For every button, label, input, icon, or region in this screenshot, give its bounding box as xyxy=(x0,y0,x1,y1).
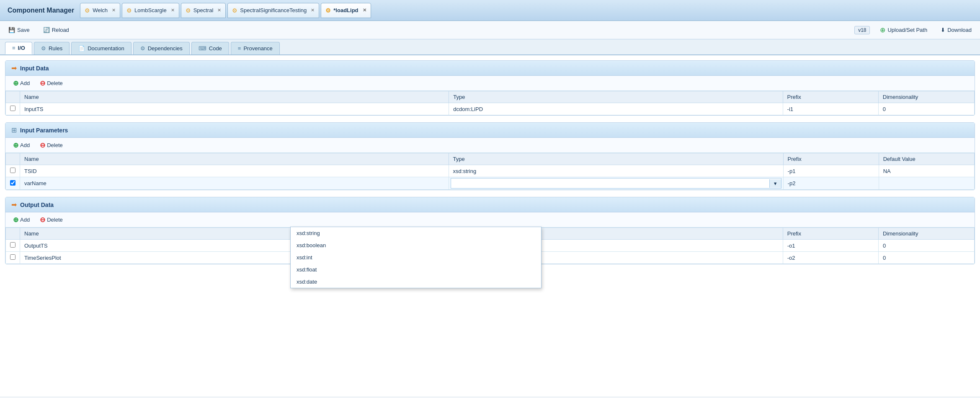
input-data-icon: ➡ xyxy=(11,64,17,72)
deps-tab-icon: ⚙ xyxy=(140,45,145,52)
input-params-delete-label: Delete xyxy=(47,142,63,148)
output-data-delete-button[interactable]: ⊖ Delete xyxy=(37,215,65,225)
dropdown-item-xsd-string[interactable]: xsd:string xyxy=(291,227,541,239)
dropdown-item-xsd-float[interactable]: xsd:float xyxy=(291,264,541,276)
tab-spectral[interactable]: ⚙ Spectral ✕ xyxy=(181,3,226,18)
code-tab-label: Code xyxy=(209,45,222,52)
input-params-section: ⊞ Input Parameters ⊕ Add ⊖ Delete Name T… xyxy=(5,122,975,190)
params-row-check-0[interactable] xyxy=(10,168,15,173)
toolbar-right: v18 ⊕ Upload/Set Path ⬇ Download xyxy=(854,24,975,36)
reload-icon: 🔄 xyxy=(43,27,50,33)
dropdown-item-xsd-date[interactable]: xsd:date xyxy=(291,276,541,288)
dropdown-item-xsd-int[interactable]: xsd:int xyxy=(291,251,541,264)
save-icon: 💾 xyxy=(8,27,15,33)
lombscargle-tab-close[interactable]: ✕ xyxy=(171,8,175,13)
delete-circle-icon: ⊖ xyxy=(40,79,45,87)
version-badge: v18 xyxy=(854,26,870,34)
spectraltest-tab-close[interactable]: ✕ xyxy=(311,8,315,13)
tab-provenance[interactable]: ≡ Provenance xyxy=(231,42,280,54)
input-data-row-prefix-0: -i1 xyxy=(783,103,878,115)
save-button[interactable]: 💾 Save xyxy=(5,25,33,35)
loadlipd-tab-icon: ⚙ xyxy=(325,7,331,14)
output-data-col-dim: Dimensionality xyxy=(878,228,974,240)
reload-label: Reload xyxy=(52,27,69,33)
input-data-add-button[interactable]: ⊕ Add xyxy=(10,78,32,88)
params-row-name-0: TSID xyxy=(20,165,449,177)
main-tabs: ≡ I/O ⚙ Rules 📄 Documentation ⚙ Dependen… xyxy=(0,39,980,55)
rules-tab-icon: ⚙ xyxy=(41,45,46,52)
download-button[interactable]: ⬇ Download xyxy=(937,25,975,35)
input-params-col-prefix: Prefix xyxy=(783,153,879,165)
tab-loadlipd[interactable]: ⚙ *loadLipd ✕ xyxy=(321,3,371,18)
input-data-col-name: Name xyxy=(20,91,449,103)
input-params-col-check xyxy=(6,153,20,165)
output-row-dim-0: 0 xyxy=(878,240,974,252)
output-row-check-0[interactable] xyxy=(10,242,15,248)
prov-tab-icon: ≡ xyxy=(238,45,241,52)
lombscargle-tab-icon: ⚙ xyxy=(126,7,132,14)
params-row-prefix-0: -p1 xyxy=(783,165,879,177)
output-row-prefix-0: -o1 xyxy=(783,240,878,252)
output-data-icon: ➡ xyxy=(11,201,17,209)
input-params-header: ⊞ Input Parameters xyxy=(5,123,975,138)
input-params-delete-button[interactable]: ⊖ Delete xyxy=(37,140,65,150)
code-tab-icon: ⌨ xyxy=(199,45,206,52)
input-data-table: Name Type Prefix Dimensionality InputTS … xyxy=(5,91,975,115)
deps-tab-label: Dependencies xyxy=(148,45,183,52)
dropdown-item-xsd-boolean[interactable]: xsd:boolean xyxy=(291,239,541,251)
io-tab-label: I/O xyxy=(18,45,25,51)
upload-icon: ⊕ xyxy=(880,26,885,34)
spectral-tab-label: Spectral xyxy=(193,7,214,13)
tab-rules[interactable]: ⚙ Rules xyxy=(34,42,70,54)
docs-tab-label: Documentation xyxy=(88,45,124,52)
io-tab-icon: ≡ xyxy=(12,45,15,51)
output-row-dim-1: 0 xyxy=(878,252,974,264)
tab-spectraltest[interactable]: ⚙ SpectralSignificanceTesting ✕ xyxy=(227,3,319,18)
upload-button[interactable]: ⊕ Upload/Set Path xyxy=(877,24,931,36)
params-row-prefix-1: -p2 xyxy=(783,177,879,190)
input-params-toolbar: ⊕ Add ⊖ Delete xyxy=(5,138,975,153)
input-data-delete-button[interactable]: ⊖ Delete xyxy=(37,78,65,88)
output-data-add-button[interactable]: ⊕ Add xyxy=(10,215,32,225)
welch-tab-label: Welch xyxy=(93,7,108,13)
type-input-field[interactable] xyxy=(451,178,769,188)
tab-lombscargle[interactable]: ⚙ LombScargle ✕ xyxy=(122,3,179,18)
input-data-col-type: Type xyxy=(449,91,783,103)
welch-tab-icon: ⚙ xyxy=(85,7,90,14)
loadlipd-tab-close[interactable]: ✕ xyxy=(363,8,366,13)
spectral-tab-close[interactable]: ✕ xyxy=(217,8,221,13)
reload-button[interactable]: 🔄 Reload xyxy=(40,25,72,35)
type-input-wrapper: ▼ xyxy=(451,178,781,189)
input-data-col-check xyxy=(6,91,20,103)
output-add-icon: ⊕ xyxy=(13,216,18,224)
params-row-type-0: xsd:string xyxy=(449,165,783,177)
params-row-check-1[interactable] xyxy=(10,180,15,186)
tab-dependencies[interactable]: ⚙ Dependencies xyxy=(133,42,190,54)
output-data-add-label: Add xyxy=(20,217,30,223)
input-data-delete-label: Delete xyxy=(47,80,63,86)
input-data-section: ➡ Input Data ⊕ Add ⊖ Delete Name Type Pr… xyxy=(5,60,975,116)
loadlipd-tab-label: *loadLipd xyxy=(333,7,358,13)
save-label: Save xyxy=(17,27,30,33)
input-params-table: Name Type Prefix Default Value TSID xsd:… xyxy=(5,153,975,190)
type-dropdown-button[interactable]: ▼ xyxy=(769,179,781,188)
input-data-row-check-0[interactable] xyxy=(10,106,15,111)
tab-code[interactable]: ⌨ Code xyxy=(191,42,229,54)
input-data-col-dim: Dimensionality xyxy=(878,91,974,103)
tab-documentation[interactable]: 📄 Documentation xyxy=(71,42,131,54)
upload-label: Upload/Set Path xyxy=(887,27,927,33)
input-params-add-label: Add xyxy=(20,142,30,148)
input-params-add-button[interactable]: ⊕ Add xyxy=(10,140,32,150)
prov-tab-label: Provenance xyxy=(243,45,272,52)
input-data-add-label: Add xyxy=(20,80,30,86)
params-del-icon: ⊖ xyxy=(40,141,45,149)
params-row-default-0: NA xyxy=(879,165,974,177)
download-icon: ⬇ xyxy=(941,27,945,33)
tab-welch[interactable]: ⚙ Welch ✕ xyxy=(80,3,120,18)
output-data-header: ➡ Output Data xyxy=(5,197,975,212)
input-data-row-type-0: dcdom:LiPD xyxy=(449,103,783,115)
output-row-check-1[interactable] xyxy=(10,254,15,260)
tab-io[interactable]: ≡ I/O xyxy=(5,42,32,54)
title-bar: Component Manager ⚙ Welch ✕ ⚙ LombScargl… xyxy=(0,0,980,21)
welch-tab-close[interactable]: ✕ xyxy=(112,8,116,13)
